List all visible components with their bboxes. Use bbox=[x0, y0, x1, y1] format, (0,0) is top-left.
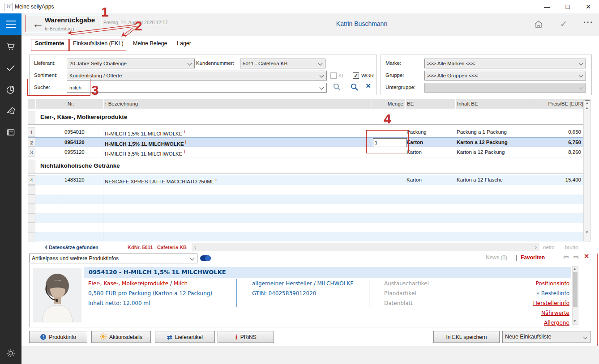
maximize-icon[interactable]: □ bbox=[557, 0, 578, 13]
chevron-down-icon bbox=[579, 61, 583, 66]
cell-preis: 8,260 bbox=[536, 148, 581, 157]
lieferartikel-button[interactable]: ⇄ Lieferartikel bbox=[155, 331, 215, 343]
scroll-right-icon[interactable]: › bbox=[535, 244, 537, 250]
lieferant-select[interactable]: 20 Jahre Selly Challenge bbox=[67, 59, 195, 68]
search-icon[interactable] bbox=[350, 82, 359, 93]
brutto-toggle[interactable]: brutto bbox=[565, 245, 578, 250]
agent-photo bbox=[33, 268, 81, 322]
info-toggle-switch[interactable] bbox=[200, 255, 211, 261]
scroll-left-icon[interactable]: ‹ bbox=[194, 244, 196, 250]
prins-button[interactable]: i PRiNS bbox=[218, 331, 274, 343]
marke-select[interactable]: >>> Alle Marken <<< bbox=[424, 59, 586, 68]
scroll-down-icon[interactable]: ▼ bbox=[585, 230, 589, 234]
info-marker-icon: i bbox=[184, 150, 185, 154]
column-header-nr[interactable]: ↑ Nr. bbox=[63, 99, 104, 109]
news-link[interactable]: News (0) bbox=[486, 254, 507, 261]
right-edge-scrollbar bbox=[597, 254, 598, 346]
scroll-down-icon[interactable]: ▼ bbox=[573, 319, 576, 323]
tab-sortimente[interactable]: Sortimente bbox=[35, 40, 64, 47]
category-link[interactable]: Eier-, Käse-, Molkereiprodukte bbox=[88, 280, 168, 287]
cell-preis: 0,650 bbox=[536, 127, 581, 137]
hamburger-menu-icon[interactable] bbox=[0, 13, 21, 35]
quantity-input[interactable]: 1 bbox=[373, 138, 407, 147]
sortiment-select[interactable]: Kundenlistung / Offerte bbox=[67, 71, 327, 80]
table-row-selected[interactable]: 2 0954120 H-MILCH 1,5% 1L MILCHWOLKEi 1 … bbox=[28, 137, 583, 147]
back-arrow-icon[interactable]: ← bbox=[32, 16, 44, 31]
scroll-up-icon[interactable]: ▲ bbox=[573, 267, 576, 271]
kundennummer-select[interactable]: 5011 - Cafeteria KB bbox=[240, 59, 325, 68]
column-header-preis[interactable]: Preis/BE [EUR] bbox=[536, 99, 586, 109]
tab-einkaufslisten[interactable]: Einkaufslisten (EKL) bbox=[73, 40, 124, 47]
untergruppe-select[interactable] bbox=[424, 83, 586, 93]
in-ekl-speichern-button[interactable]: In EKL speichern bbox=[433, 331, 500, 343]
detail-column-category: Eier-, Käse-, Molkereiprodukte / Milch 0… bbox=[88, 279, 212, 308]
aktionsdetails-button[interactable]: Aktionsdetails bbox=[91, 331, 151, 343]
sortiment-label: Sortiment: bbox=[34, 72, 57, 78]
more-options-icon[interactable]: ··· bbox=[583, 18, 594, 27]
vertical-scrollbar[interactable]: ▲ ▲ ▼ bbox=[583, 99, 591, 241]
favorites-link[interactable]: Favoriten bbox=[521, 254, 545, 261]
column-header-menge[interactable]: Menge bbox=[372, 99, 406, 109]
clear-search-icon[interactable]: × bbox=[366, 81, 371, 91]
gruppe-select[interactable]: >>> Alle Gruppen <<< bbox=[424, 71, 586, 80]
chevron-down-icon bbox=[318, 61, 323, 66]
table-row[interactable]: 1 0954010 H-MILCH 1,5% 1L MILCHWOLKEi Pa… bbox=[28, 127, 583, 137]
confirm-check-icon[interactable]: ✓ bbox=[560, 19, 567, 29]
column-header-bezeichnung[interactable]: ↑ Bezeichnung bbox=[104, 99, 372, 109]
prins-i-icon: i bbox=[235, 334, 237, 341]
info-circle-icon: ! bbox=[40, 334, 46, 340]
search-in-results-icon[interactable] bbox=[332, 82, 342, 93]
cell-inhalt-be: Karton a 12 Flasche bbox=[457, 175, 503, 185]
divider bbox=[369, 279, 369, 307]
sun-icon bbox=[100, 333, 107, 341]
herstellerinfo-link[interactable]: Herstellerinfo bbox=[453, 298, 569, 308]
subcategory-link[interactable]: Milch bbox=[174, 280, 188, 287]
manufacturer-info: allgemeiner Hersteller / MILCHWOLKE bbox=[252, 279, 354, 288]
scrollbar-pin-icon[interactable]: ▲ bbox=[585, 100, 590, 104]
positionsinfo-link[interactable]: Positionsinfo bbox=[453, 279, 569, 288]
settings-gear-icon[interactable] bbox=[5, 348, 16, 359]
sort-ascending-icon: ↑ bbox=[105, 102, 107, 106]
nav-back-icon[interactable]: ⇦ bbox=[563, 253, 569, 261]
wgr-checkbox[interactable]: ✓ bbox=[353, 72, 359, 79]
productinfo-selector[interactable]: Artikelpass und weitere Produktinfos bbox=[29, 254, 197, 263]
filter-group-left: Lieferant: 20 Jahre Selly Challenge Kund… bbox=[29, 55, 377, 95]
naehrwerte-link[interactable]: Nährwerte bbox=[453, 308, 569, 318]
table-row[interactable]: 4 1483120 NESCAFE XPRES LATTE MACCHIATO … bbox=[28, 175, 583, 185]
checkmark-icon[interactable] bbox=[5, 63, 16, 73]
scrollbar-thumb[interactable] bbox=[573, 272, 578, 307]
scroll-up-icon[interactable]: ▲ bbox=[585, 106, 589, 110]
tab-lager[interactable]: Lager bbox=[177, 40, 191, 47]
chevron-down-icon bbox=[579, 85, 583, 90]
pie-chart-icon[interactable] bbox=[5, 84, 16, 95]
netto-toggle[interactable]: netto bbox=[543, 245, 555, 250]
user-name: Katrin Buschmann bbox=[272, 20, 451, 27]
chevron-down-icon bbox=[320, 85, 324, 90]
close-icon[interactable]: × bbox=[578, 0, 599, 13]
close-panel-icon[interactable]: × bbox=[584, 252, 589, 261]
horizontal-scrollbar[interactable]: ‹ › bbox=[192, 243, 539, 251]
untergruppe-label: Untergruppe: bbox=[385, 85, 415, 90]
detail-scrollbar[interactable]: ▲ ▼ bbox=[572, 266, 578, 325]
marke-label: Marke: bbox=[385, 60, 401, 66]
content-info: Inhalt netto: 12.000 ml bbox=[88, 298, 212, 308]
home-icon[interactable] bbox=[534, 20, 543, 30]
catalog-book-icon[interactable] bbox=[5, 127, 16, 138]
table-row[interactable]: 3 0955120 H-MILCH 3,5% 1L MILCHWOLKEi Ka… bbox=[28, 148, 583, 157]
column-header-inhalt-be[interactable]: Inhalt BE bbox=[456, 99, 536, 109]
nav-forward-icon[interactable]: ⇨ bbox=[573, 253, 579, 261]
minimize-icon[interactable]: — bbox=[537, 0, 557, 13]
wgr-label: WGR bbox=[361, 73, 374, 78]
neue-einkaufsliste-select[interactable]: Neue Einkaufsliste bbox=[502, 331, 590, 343]
empty-row bbox=[28, 185, 583, 195]
column-header-be[interactable]: BE bbox=[406, 99, 456, 109]
bestellinfo-link[interactable]: » Bestellinfo bbox=[453, 288, 569, 298]
divider bbox=[236, 279, 237, 307]
kl-checkbox[interactable] bbox=[330, 72, 337, 79]
tab-meine-belege[interactable]: Meine Belege bbox=[133, 40, 167, 47]
offers-tag-icon[interactable] bbox=[5, 106, 16, 116]
allergene-link[interactable]: Allergene bbox=[453, 318, 569, 328]
search-input[interactable]: milch bbox=[67, 83, 327, 93]
produktinfo-button[interactable]: ! Produktinfo bbox=[29, 331, 87, 343]
shopping-cart-icon[interactable] bbox=[5, 41, 16, 52]
